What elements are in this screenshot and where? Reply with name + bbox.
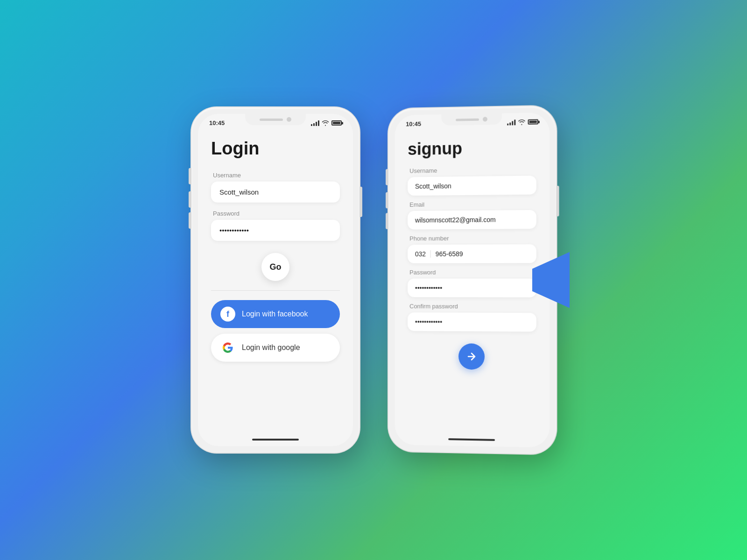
signup-phone-input: 032 965-6589 [408,244,536,263]
signup-confirm-password-label: Confirm password [409,303,536,310]
phones-container: 10:45 Login Username [191,107,556,453]
password-label: Password [213,210,340,217]
notch-right [441,113,502,126]
go-button[interactable]: Go [261,253,289,281]
signup-confirm-password-input[interactable] [408,312,536,331]
camera-left [287,117,291,122]
home-indicator-left [198,433,353,446]
signup-password-input[interactable] [408,279,536,297]
battery-icon-right [528,119,538,124]
wifi-icon-right [518,119,525,125]
google-icon [220,340,235,355]
username-input[interactable] [211,182,340,203]
facebook-login-button[interactable]: f Login with facebook [211,300,340,328]
speaker-right [456,118,479,121]
signup-email-label: Email [409,200,536,208]
google-login-button[interactable]: Login with google [211,334,340,362]
facebook-button-label: Login with facebook [242,310,308,318]
signup-status-icons [507,119,538,125]
facebook-icon: f [220,307,235,322]
google-button-label: Login with google [242,343,300,352]
signup-username-input[interactable] [408,175,536,196]
divider [211,290,340,291]
phone-number: 965-6589 [436,250,463,258]
home-bar-right [448,438,495,441]
home-bar-left [252,439,299,441]
username-label: Username [213,172,340,179]
login-phone: 10:45 Login Username [191,107,359,453]
signup-phone-inner: 10:45 signup Username [395,112,550,448]
login-screen: Login Username Password Go f Login with … [198,129,353,433]
signal-icon [311,120,319,126]
wifi-icon [322,120,329,126]
camera-right [483,117,487,121]
signup-time: 10:45 [406,120,421,127]
arrow-right-icon [466,351,477,362]
login-phone-inner: 10:45 Login Username [198,114,353,446]
login-status-icons [311,120,342,126]
signup-password-label: Password [409,269,536,276]
signup-title: signup [408,138,536,159]
speaker-left [260,119,283,121]
notch-left [245,114,306,125]
phone-code: 032 [415,250,431,258]
home-indicator-right [395,432,550,448]
signal-icon-right [507,119,515,125]
signup-phone: 10:45 signup Username [388,105,557,454]
signup-phone-label: Phone number [409,234,536,242]
password-input[interactable] [211,220,340,241]
signup-submit-button[interactable] [458,343,485,370]
signup-email-input[interactable] [408,210,536,230]
login-time: 10:45 [209,119,225,126]
signup-screen: signup Username Email Phone number 032 9… [395,128,550,434]
login-title: Login [211,139,340,159]
signup-username-label: Username [409,166,536,174]
battery-icon [331,120,342,126]
